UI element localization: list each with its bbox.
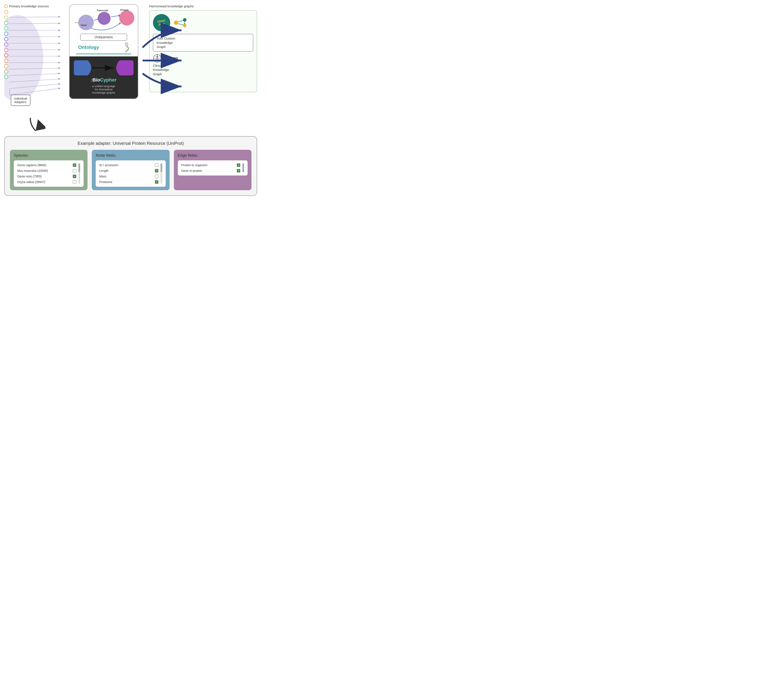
omnipath-card: OmniPath xyxy=(153,14,253,31)
transcript-label: Transcript xyxy=(96,9,108,12)
omnipath-badge: OmniPath xyxy=(153,14,170,31)
biocypher-bottom: :BioCypher a unified language for biomed… xyxy=(70,56,138,98)
source-circle xyxy=(4,42,8,47)
svg-line-17 xyxy=(94,19,98,20)
species-scrollbar-thumb xyxy=(78,164,80,172)
node-fields-title: Node fields: xyxy=(96,153,165,158)
svg-point-30 xyxy=(183,24,187,27)
source-circle xyxy=(4,70,8,73)
transition-area xyxy=(4,117,257,134)
protein-node xyxy=(119,10,134,25)
source-circle xyxy=(4,53,8,57)
omnipath-nodes-svg xyxy=(173,17,190,28)
source-item xyxy=(4,37,65,41)
node-field-row: Mass xyxy=(99,175,158,178)
node-field-row: Length xyxy=(99,169,158,173)
species-row: Oryza sativa (39947) xyxy=(17,180,76,184)
source-circle xyxy=(4,21,8,25)
svg-point-22 xyxy=(125,51,126,52)
node-scrollbar[interactable] xyxy=(160,164,162,184)
svg-line-19 xyxy=(111,16,119,17)
depmap-card: depmap Clinical Knowledge Graph xyxy=(153,54,253,76)
source-item xyxy=(4,75,65,79)
adapter-title: Example adapter: Universal Protein Resou… xyxy=(10,141,252,146)
edge-field-row: Gene to protein xyxy=(181,169,240,173)
edge-fields-title: Edge fields: xyxy=(178,153,247,158)
biolink-logo: bio link xyxy=(124,42,129,52)
source-circle xyxy=(4,37,8,41)
species-checkbox-1[interactable] xyxy=(73,164,76,167)
svg-line-28 xyxy=(178,24,184,25)
source-circle xyxy=(4,75,8,79)
node-checkbox-1[interactable] xyxy=(155,164,159,167)
edge-checkbox-2[interactable] xyxy=(237,169,240,173)
middle-column: Gene Transcript Protein Uniqueness Ontol… xyxy=(69,4,143,117)
source-circle xyxy=(4,26,8,30)
primary-sources-label: Primary knowledge sources xyxy=(4,4,65,8)
node-checkbox-2[interactable] xyxy=(155,169,159,173)
species-checkbox-2[interactable] xyxy=(73,169,76,173)
biocypher-top: Gene Transcript Protein Uniqueness Ontol… xyxy=(70,5,138,56)
source-circle xyxy=(4,59,8,63)
ontology-divider xyxy=(76,54,131,54)
source-circle xyxy=(4,32,8,36)
edge-fields-inner: Protein to organism Gene to protein xyxy=(178,161,247,176)
svg-marker-38 xyxy=(157,55,158,57)
clinical-kg-text: Clinical Knowledge Graph xyxy=(153,64,253,76)
edge-fields-list: Protein to organism Gene to protein xyxy=(181,164,240,173)
source-item xyxy=(4,64,65,68)
harmonised-box: OmniPath Your Custom xyxy=(149,10,257,92)
compass-icon xyxy=(153,54,162,63)
source-item xyxy=(4,48,65,52)
source-item xyxy=(4,10,65,14)
bottom-section: Example adapter: Universal Protein Resou… xyxy=(4,136,257,196)
gene-node xyxy=(78,15,94,30)
node-checkbox-3[interactable] xyxy=(155,175,159,178)
right-column: Harmonised knowledge graphs OmniPath xyxy=(149,4,257,117)
more-items-dots: ⋮ xyxy=(7,89,12,95)
uniqueness-box: Uniqueness xyxy=(80,34,127,41)
omnipath-text: OmniPath xyxy=(157,19,166,27)
gene-label: Gene xyxy=(81,24,87,26)
biocypher-circles xyxy=(74,60,134,75)
species-checkbox-4[interactable] xyxy=(73,180,76,184)
species-row: Homo sapiens (9606) xyxy=(17,164,76,167)
source-item xyxy=(4,16,65,19)
protein-label: Protein xyxy=(120,9,129,11)
down-arrow-svg xyxy=(24,117,45,134)
svg-point-26 xyxy=(174,20,178,25)
depmap-name: depmap xyxy=(163,56,178,61)
source-item xyxy=(4,70,65,73)
top-section: Primary knowledge sources xyxy=(4,4,257,117)
primary-circle-icon xyxy=(4,5,8,8)
main-container: Primary knowledge sources xyxy=(0,0,261,200)
edge-checkbox-1[interactable] xyxy=(237,164,240,167)
biocypher-colon: : xyxy=(91,77,92,83)
source-item xyxy=(4,53,65,57)
biocypher-bio: Bio xyxy=(92,77,100,83)
circle-blue xyxy=(74,60,91,75)
node-diagram: Gene Transcript Protein xyxy=(74,9,134,33)
species-list: Homo sapiens (9606) Mus musculus (10090)… xyxy=(17,164,76,184)
node-checkbox-4[interactable] xyxy=(155,180,159,184)
node-scrollbar-thumb xyxy=(160,164,162,172)
edge-scrollbar-thumb xyxy=(243,164,244,172)
species-checkbox-3[interactable] xyxy=(73,175,76,178)
source-circle xyxy=(4,64,8,68)
biocypher-title-row: :BioCypher xyxy=(91,77,117,83)
harmonised-label: Harmonised knowledge graphs xyxy=(149,4,257,8)
node-fields-inner: ID / accession Length Mass Proteome xyxy=(96,161,165,187)
source-circle xyxy=(4,48,8,52)
adapter-cards: Species: Homo sapiens (9606) Mus musculu… xyxy=(10,150,252,190)
species-row: Danio rerio (7955) xyxy=(17,175,76,178)
biocypher-subtitle: a unified language for biomedical knowle… xyxy=(92,84,115,94)
node-field-row: Proteome xyxy=(99,180,158,184)
edge-fields-card: Edge fields: Protein to organism Gene to… xyxy=(174,150,252,190)
species-scrollbar[interactable] xyxy=(78,164,80,184)
left-column: Primary knowledge sources xyxy=(4,4,65,117)
node-fields-card: Node fields: ID / accession Length Mass xyxy=(92,150,170,190)
source-item xyxy=(4,21,65,25)
biolink-text2: link xyxy=(125,44,128,46)
edge-scrollbar[interactable] xyxy=(243,164,244,173)
transcript-node xyxy=(98,12,110,25)
